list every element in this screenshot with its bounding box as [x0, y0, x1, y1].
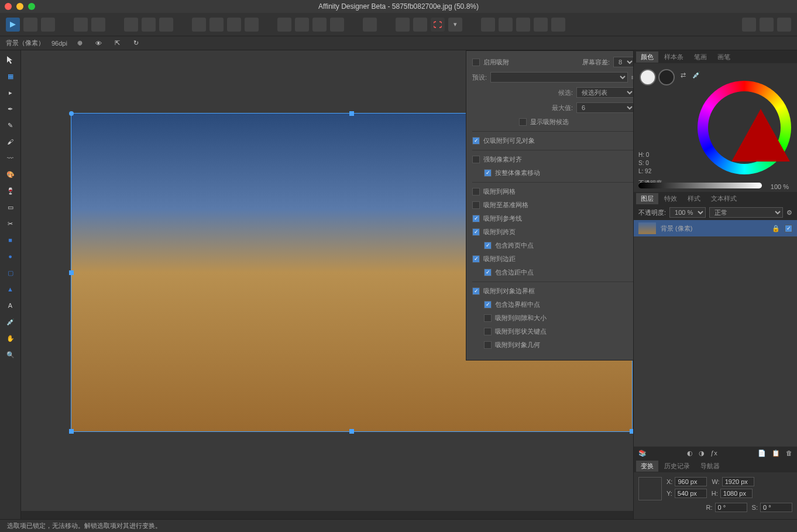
whole-pixel-checkbox[interactable] [484, 169, 492, 177]
pen-tool-icon[interactable]: ✒ [5, 103, 16, 115]
h-field[interactable] [720, 489, 753, 498]
blend-mode-select[interactable]: 正常 [709, 207, 783, 218]
show-candidates-checkbox[interactable] [519, 118, 527, 126]
candidate-select[interactable]: 候选列表 [576, 87, 633, 98]
persona-pixel-icon[interactable] [23, 18, 37, 32]
canvas-area[interactable]: 启用吸附 屏幕容差: 8 预设: ≡ 候选: 候选列表 最大值: 6 显示吸附候… [21, 50, 633, 519]
horizontal-scrollbar[interactable] [21, 511, 633, 519]
effects-tab[interactable]: 特效 [659, 193, 682, 204]
snap-gap-checkbox[interactable] [484, 314, 492, 322]
bool-add-icon[interactable] [481, 18, 495, 32]
snap-basegrid-checkbox[interactable] [472, 201, 480, 209]
layer-item[interactable]: 背景 (像素) 🔒 [634, 220, 797, 236]
transform-tab[interactable]: 变换 [636, 461, 658, 472]
r-field[interactable] [715, 503, 747, 512]
select-all-icon[interactable] [124, 18, 138, 32]
close-window-icon[interactable] [5, 3, 12, 10]
zoom-tool-icon[interactable]: 🔍 [5, 349, 16, 361]
mask-icon[interactable]: ◐ [687, 449, 693, 457]
snap-guides-checkbox[interactable] [472, 215, 480, 222]
add-layer-icon[interactable]: 📄 [758, 449, 766, 457]
screen-tol-select[interactable]: 8 [613, 57, 633, 67]
fill-swatch[interactable] [640, 69, 656, 85]
rounded-tool-icon[interactable]: ▢ [5, 267, 16, 279]
delete-icon[interactable]: 🗑 [786, 449, 792, 457]
history-tab[interactable]: 历史记录 [659, 461, 695, 472]
opacity-value[interactable]: 100 % [767, 183, 792, 191]
anchor-widget[interactable] [638, 477, 662, 500]
fill-tool-icon[interactable]: 🎨 [5, 169, 16, 180]
ellipse-tool-icon[interactable]: ● [5, 250, 16, 262]
flip-h-icon[interactable] [277, 18, 291, 32]
grid-icon[interactable] [396, 18, 410, 32]
snap-bbox-checkbox[interactable] [472, 287, 480, 295]
deselect-icon[interactable] [142, 18, 156, 32]
layers-tab[interactable]: 图层 [636, 193, 658, 204]
handle-ml[interactable] [69, 270, 74, 275]
gear-icon[interactable]: ⚙ [786, 209, 792, 217]
handle-bm[interactable] [349, 429, 354, 434]
spread-mid-checkbox[interactable] [484, 242, 492, 249]
forward-icon[interactable] [209, 18, 224, 32]
styles-tab[interactable]: 样式 [683, 193, 705, 204]
visible-only-checkbox[interactable] [472, 137, 480, 145]
snap-margin-checkbox[interactable] [472, 255, 480, 263]
zoom-window-icon[interactable] [28, 3, 35, 10]
rotate-ccw-icon[interactable] [312, 18, 327, 32]
stroke-swatch[interactable] [658, 69, 675, 85]
crop-tool-icon[interactable]: ✂ [5, 218, 16, 229]
gradient-tool-icon[interactable]: ▭ [5, 201, 16, 213]
preset-menu-icon[interactable]: ≡ [631, 74, 633, 81]
force-pixel-checkbox[interactable] [472, 156, 480, 163]
s-field[interactable] [760, 503, 792, 512]
bool-intersect-icon[interactable] [516, 18, 530, 32]
preset-select[interactable] [490, 72, 628, 83]
triangle-tool-icon[interactable]: ▲ [5, 283, 16, 295]
crosshair-icon[interactable]: ⊕ [74, 37, 86, 49]
guides-icon[interactable] [413, 18, 427, 32]
swap-icon[interactable]: ⇄ [681, 71, 686, 79]
brush-tool-icon[interactable]: 🖌 [5, 136, 16, 147]
node-tool-icon[interactable]: ▸ [5, 87, 16, 98]
fx-icon[interactable]: ƒx [710, 449, 717, 457]
glass-tool-icon[interactable]: 🍷 [5, 185, 16, 197]
refresh-icon[interactable]: ↻ [130, 37, 142, 49]
opacity-slider[interactable] [638, 183, 762, 188]
persona-designer-icon[interactable] [6, 18, 20, 32]
brushes-tab[interactable]: 画笔 [713, 52, 735, 63]
flip-v-icon[interactable] [295, 18, 309, 32]
margin-mid-checkbox[interactable] [484, 269, 492, 276]
snap-dropdown-icon[interactable]: ▾ [448, 18, 462, 32]
front-icon[interactable] [192, 18, 206, 32]
view-mode-2-icon[interactable] [760, 18, 774, 32]
paint-tool-icon[interactable]: 〰 [5, 152, 16, 164]
cloud-up-icon[interactable] [74, 18, 88, 32]
bbox-mid-checkbox[interactable] [484, 301, 492, 308]
pencil-tool-icon[interactable]: ✎ [5, 119, 16, 131]
back-icon[interactable] [245, 18, 259, 32]
view-mode-3-icon[interactable] [777, 18, 791, 32]
w-field[interactable] [722, 477, 754, 486]
bool-sub-icon[interactable] [499, 18, 513, 32]
eyedropper-icon[interactable]: 💉 [692, 71, 700, 79]
navigator-tab[interactable]: 导航器 [696, 461, 724, 472]
layer-visible-checkbox[interactable] [785, 225, 792, 232]
enable-snap-checkbox[interactable] [472, 59, 480, 66]
snap-keypoints-checkbox[interactable] [484, 328, 492, 335]
snap-spread-checkbox[interactable] [472, 228, 480, 236]
bounds-icon[interactable]: ⇱ [112, 37, 123, 49]
color-triangle[interactable] [731, 109, 790, 162]
artboard-tool-icon[interactable]: ▦ [5, 70, 16, 82]
bool-xor-icon[interactable] [534, 18, 548, 32]
y-field[interactable] [675, 489, 707, 498]
align-icon[interactable] [363, 18, 377, 32]
bool-divide-icon[interactable] [551, 18, 565, 32]
persona-export-icon[interactable] [41, 18, 55, 32]
textstyles-tab[interactable]: 文本样式 [706, 193, 741, 204]
move-tool-icon[interactable] [5, 54, 16, 66]
layer-opacity-select[interactable]: 100 % [669, 207, 706, 218]
handle-br[interactable] [630, 429, 633, 434]
stroke-tab[interactable]: 笔画 [689, 52, 712, 63]
adjustment-icon[interactable] [91, 18, 105, 32]
x-field[interactable] [675, 477, 707, 486]
